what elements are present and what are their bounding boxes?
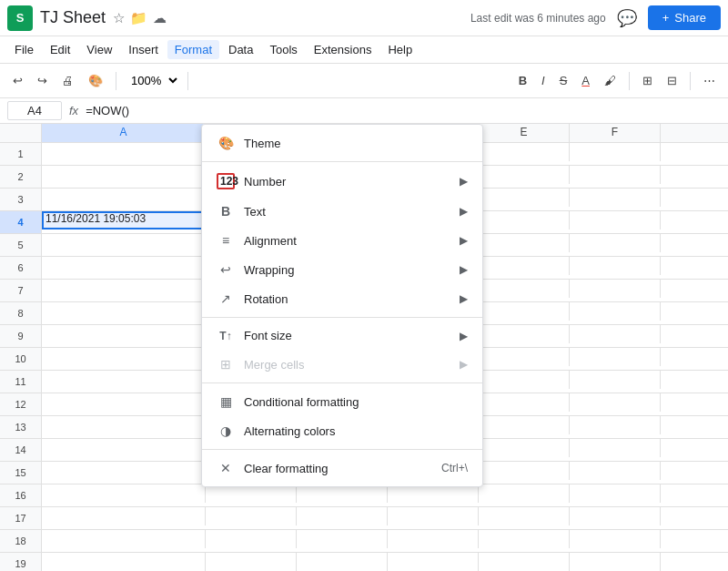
cell[interactable] <box>42 348 206 366</box>
cell[interactable] <box>297 553 388 571</box>
cell[interactable] <box>479 143 570 161</box>
menu-data[interactable]: Data <box>221 40 260 59</box>
merge-button[interactable]: ⊟ <box>662 70 682 91</box>
cell[interactable] <box>297 507 388 525</box>
cell[interactable] <box>206 553 297 571</box>
cell[interactable] <box>42 530 206 548</box>
cell[interactable] <box>570 348 661 366</box>
cell[interactable] <box>570 234 661 252</box>
cell[interactable] <box>479 439 570 457</box>
menu-item-wrapping[interactable]: ↩ Wrapping ▶ <box>202 255 482 284</box>
cell[interactable]: 11/16/2021 19:05:03 <box>42 211 206 229</box>
cell[interactable] <box>388 553 479 571</box>
cell[interactable] <box>479 416 570 434</box>
text-color-button[interactable]: A <box>576 70 595 91</box>
bold-button[interactable]: B <box>513 70 532 91</box>
cell[interactable] <box>42 325 206 343</box>
menu-item-theme[interactable]: 🎨 Theme <box>202 128 482 158</box>
col-header-e[interactable]: E <box>479 124 570 142</box>
borders-button[interactable]: ⊞ <box>637 70 658 91</box>
cell[interactable] <box>570 257 661 275</box>
cell[interactable] <box>570 371 661 389</box>
print-button[interactable]: 🖨 <box>56 70 79 91</box>
cell[interactable] <box>42 393 206 412</box>
menu-item-fontsize[interactable]: T↑ Font size ▶ <box>202 321 482 350</box>
cell[interactable] <box>206 530 297 548</box>
italic-button[interactable]: I <box>536 70 551 91</box>
cell[interactable] <box>42 462 206 480</box>
strikethrough-button[interactable]: S <box>554 70 573 91</box>
cell[interactable] <box>479 484 570 503</box>
menu-item-alignment[interactable]: ≡ Alignment ▶ <box>202 226 482 255</box>
menu-item-conditionalformatting[interactable]: ▦ Conditional formatting <box>202 387 482 416</box>
cell[interactable] <box>570 325 661 343</box>
cell[interactable] <box>479 371 570 389</box>
cell[interactable] <box>479 302 570 321</box>
cell[interactable] <box>479 189 570 207</box>
menu-help[interactable]: Help <box>380 40 420 59</box>
menu-item-text[interactable]: B Text ▶ <box>202 197 482 226</box>
more-button[interactable]: ⋯ <box>698 70 721 91</box>
cell[interactable] <box>42 189 206 207</box>
cell[interactable] <box>479 507 570 525</box>
cell[interactable] <box>479 393 570 412</box>
cell[interactable] <box>42 416 206 434</box>
cell[interactable] <box>42 257 206 275</box>
cell[interactable] <box>570 302 661 321</box>
menu-view[interactable]: View <box>79 40 119 59</box>
undo-button[interactable]: ↩ <box>7 70 28 91</box>
cell[interactable] <box>570 416 661 434</box>
folder-icon[interactable]: 📁 <box>130 10 147 26</box>
cell[interactable] <box>570 280 661 298</box>
menu-item-clearformatting[interactable]: ✕ Clear formatting Ctrl+\ <box>202 454 482 483</box>
cell[interactable] <box>42 484 206 503</box>
cell[interactable] <box>479 257 570 275</box>
menu-file[interactable]: File <box>7 40 41 59</box>
col-header-a[interactable]: A <box>42 124 206 142</box>
cell[interactable] <box>570 484 661 503</box>
menu-item-alternatingcolors[interactable]: ◑ Alternating colors <box>202 416 482 445</box>
cell[interactable] <box>206 507 297 525</box>
cell[interactable] <box>570 211 661 229</box>
cell[interactable] <box>388 530 479 548</box>
cell[interactable] <box>297 484 388 503</box>
menu-tools[interactable]: Tools <box>262 40 304 59</box>
cell[interactable] <box>297 530 388 548</box>
zoom-select[interactable]: 100% <box>124 71 180 90</box>
doc-title[interactable]: TJ Sheet <box>40 8 106 27</box>
cell[interactable] <box>479 234 570 252</box>
cell[interactable] <box>42 166 206 184</box>
comment-button[interactable]: 💬 <box>613 5 641 32</box>
star-icon[interactable]: ☆ <box>113 10 125 26</box>
cell[interactable] <box>42 371 206 389</box>
cell[interactable] <box>570 530 661 548</box>
paint-format-button[interactable]: 🎨 <box>83 70 108 91</box>
cell[interactable] <box>570 166 661 184</box>
cell[interactable] <box>42 439 206 457</box>
cell[interactable] <box>570 143 661 161</box>
cell[interactable] <box>479 166 570 184</box>
cell[interactable] <box>388 507 479 525</box>
menu-insert[interactable]: Insert <box>121 40 166 59</box>
redo-button[interactable]: ↪ <box>32 70 53 91</box>
cell[interactable] <box>42 143 206 161</box>
cell[interactable] <box>479 462 570 480</box>
cell[interactable] <box>206 484 297 503</box>
cell[interactable] <box>570 393 661 412</box>
cell[interactable] <box>479 530 570 548</box>
share-button[interactable]: + Share <box>648 5 721 30</box>
cell[interactable] <box>479 211 570 229</box>
menu-edit[interactable]: Edit <box>43 40 77 59</box>
cell[interactable] <box>42 302 206 321</box>
cell[interactable] <box>479 348 570 366</box>
cell[interactable] <box>42 234 206 252</box>
menu-format[interactable]: Format <box>167 40 219 59</box>
highlight-button[interactable]: 🖌 <box>599 70 622 91</box>
cell[interactable] <box>570 439 661 457</box>
cell[interactable] <box>42 507 206 525</box>
cell[interactable] <box>42 553 206 571</box>
cell[interactable] <box>479 325 570 343</box>
cell[interactable] <box>479 280 570 298</box>
cell[interactable] <box>570 462 661 480</box>
cell[interactable] <box>570 507 661 525</box>
